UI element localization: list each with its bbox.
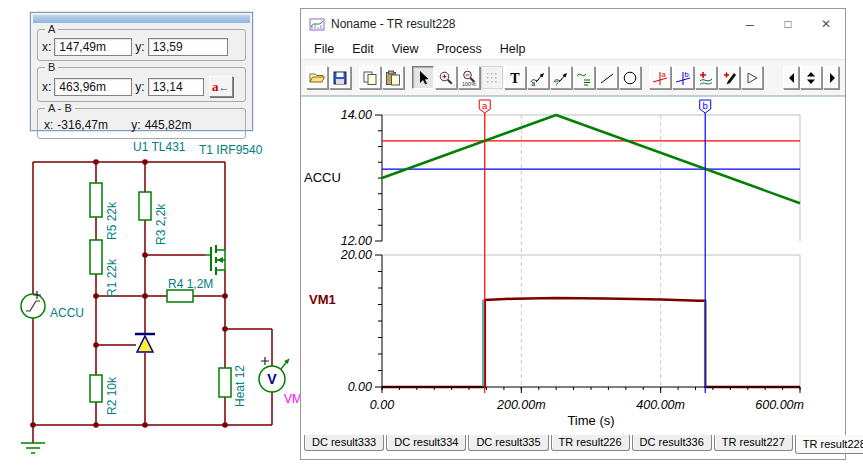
zoom-in-icon [438, 70, 454, 86]
resistor-r4 [167, 290, 193, 302]
ellipse-icon [622, 70, 638, 86]
mosfet-t1[interactable] [205, 245, 225, 275]
pointer-tool-button[interactable] [412, 66, 434, 89]
resistor-r1 [90, 240, 102, 274]
chart-area: 14.0012.00ACCU20.000.00VM10.00200.00m400… [301, 96, 845, 437]
minimize-button[interactable]: – [731, 9, 769, 39]
svg-text:b: b [685, 70, 689, 79]
label-u1: U1 TL431 [133, 140, 186, 154]
scroll-left-icon [784, 70, 798, 86]
add-curves-icon [698, 70, 714, 86]
svg-text:b: b [703, 100, 708, 111]
svg-text:ACCU: ACCU [304, 170, 341, 185]
menu-file[interactable]: File [305, 40, 343, 58]
line-tool-button[interactable] [596, 66, 618, 89]
toolbar: 100%Ta?ab [301, 60, 845, 96]
save-icon [332, 70, 348, 86]
tab-dc-result335[interactable]: DC result335 [468, 435, 548, 451]
result-chart[interactable]: 14.0012.00ACCU20.000.00VM10.00200.00m400… [301, 97, 845, 437]
copy-icon [362, 70, 378, 86]
window-title: Noname - TR result228 [331, 17, 731, 31]
voltmeter-letter: V [267, 371, 277, 387]
window-titlebar[interactable]: Noname - TR result228 –□✕ [301, 9, 845, 39]
ground-symbol [21, 443, 45, 453]
accu-source[interactable] [21, 291, 45, 318]
tab-tr-result228[interactable]: TR result228 [795, 435, 863, 454]
grid-icon [484, 70, 500, 86]
tab-dc-result333[interactable]: DC result333 [304, 435, 384, 451]
maximize-button[interactable]: □ [769, 9, 807, 39]
zoom-100-icon: 100% [461, 70, 477, 86]
save-tool-button[interactable] [329, 66, 351, 89]
cursor-b-tool-button[interactable]: b [672, 66, 694, 89]
pointer-icon [415, 70, 431, 86]
page-scroll-group [783, 66, 840, 89]
svg-text:200.00m: 200.00m [496, 398, 546, 412]
result-window: Noname - TR result228 –□✕ FileEditViewPr… [300, 8, 846, 460]
svg-text:VM1: VM1 [309, 292, 336, 307]
text-icon: T [507, 70, 523, 86]
svg-text:400.00m: 400.00m [636, 398, 685, 412]
resistor-r3 [139, 192, 151, 220]
voltmeter[interactable]: V [259, 357, 289, 392]
label-curve-tool-button[interactable]: a [527, 66, 549, 89]
open-tool-button[interactable] [306, 66, 328, 89]
label-t1: T1 IRF9540 [199, 143, 263, 157]
svg-text:a: a [662, 70, 667, 79]
line-icon [599, 70, 615, 86]
cursor-a-icon: a [652, 70, 668, 86]
cursor-b-icon: b [675, 70, 691, 86]
menu-bar: FileEditViewProcessHelp [301, 39, 845, 60]
paste-tool-button[interactable] [382, 66, 404, 89]
tl431-u1[interactable] [135, 334, 155, 352]
copy-tool-button[interactable] [359, 66, 381, 89]
label-r5: R5 22k [105, 201, 119, 240]
svg-text:a: a [482, 100, 488, 111]
label-curve-icon: a [530, 70, 546, 86]
app-icon [309, 16, 325, 32]
svg-text:14.00: 14.00 [341, 108, 372, 122]
label-r2: R2 10k [105, 376, 119, 415]
zoom-in-tool-button[interactable] [435, 66, 457, 89]
text-tool-button[interactable]: T [504, 66, 526, 89]
tab-tr-result227[interactable]: TR result227 [714, 435, 793, 451]
menu-help[interactable]: Help [491, 40, 535, 58]
svg-text:T: T [510, 71, 520, 86]
svg-text:?: ? [555, 79, 559, 86]
tab-tr-result226[interactable]: TR result226 [551, 435, 630, 451]
label-r4: R4 1,2M [168, 277, 213, 291]
svg-text:a: a [532, 79, 536, 86]
resistor-heat [219, 368, 231, 397]
scroll-right-icon [824, 70, 838, 86]
scroll-right-button[interactable] [823, 66, 839, 89]
label-r1: R1 22k [105, 258, 119, 297]
open-icon [309, 70, 325, 86]
svg-text:12.00: 12.00 [341, 234, 372, 248]
paste-icon [385, 70, 401, 86]
legend-curve-icon [576, 70, 592, 86]
spinner-icon [803, 70, 819, 86]
marker-tool-button[interactable] [741, 66, 763, 89]
tab-dc-result336[interactable]: DC result336 [632, 435, 712, 451]
label-r3: R3 2,2k [154, 203, 168, 245]
legend-curve-tool-button[interactable] [573, 66, 595, 89]
zoom-100-tool-button[interactable]: 100% [458, 66, 480, 89]
query-curve-tool-button[interactable]: ? [550, 66, 572, 89]
ellipse-tool-button[interactable] [619, 66, 641, 89]
cursor-a-tool-button[interactable]: a [649, 66, 671, 89]
close-button[interactable]: ✕ [807, 9, 845, 39]
marker-icon [744, 70, 760, 86]
tab-dc-result334[interactable]: DC result334 [386, 435, 466, 451]
menu-edit[interactable]: Edit [343, 40, 383, 58]
spinner-button[interactable] [800, 66, 822, 89]
menu-process[interactable]: Process [428, 40, 491, 58]
menu-view[interactable]: View [383, 40, 428, 58]
probe-tool-button[interactable] [718, 66, 740, 89]
add-curves-tool-button[interactable] [695, 66, 717, 89]
label-heat: Heat 12 [233, 365, 247, 407]
scroll-left-button[interactable] [783, 66, 799, 89]
grid-tool-button[interactable] [481, 66, 503, 89]
label-accu: ACCU [50, 306, 84, 320]
svg-text:20.00: 20.00 [340, 248, 372, 262]
probe-icon [721, 70, 737, 86]
